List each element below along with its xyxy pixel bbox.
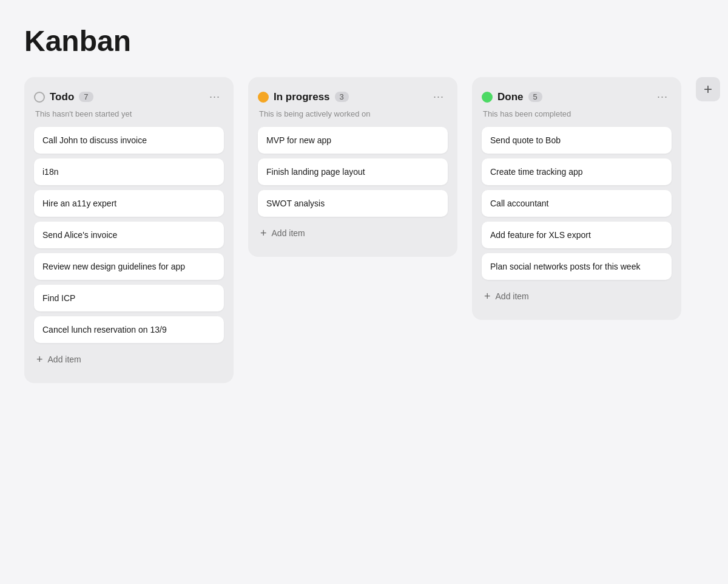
column-status-icon-inprogress (258, 92, 269, 103)
kanban-card[interactable]: Call accountant (482, 190, 672, 217)
add-item-button-todo[interactable]: +Add item (34, 348, 224, 371)
column-title-inprogress: In progress (274, 91, 330, 103)
kanban-card[interactable]: Send quote to Bob (482, 127, 672, 154)
column-status-icon-done (482, 92, 493, 103)
column-done: Done5···This has been completedSend quot… (472, 77, 681, 320)
add-item-label: Add item (48, 355, 81, 364)
kanban-card[interactable]: Hire an a11y expert (34, 190, 224, 217)
kanban-board: Todo7···This hasn't been started yetCall… (24, 77, 704, 383)
add-item-label: Add item (496, 291, 529, 301)
plus-icon: + (484, 291, 491, 302)
column-subtitle-done: This has been completed (483, 109, 672, 118)
column-count-inprogress: 3 (335, 92, 349, 102)
column-header-inprogress: In progress3··· (258, 89, 448, 104)
column-title-todo: Todo (50, 91, 74, 103)
kanban-card[interactable]: Create time tracking app (482, 158, 672, 185)
kanban-card[interactable]: i18n (34, 158, 224, 185)
add-column-button[interactable]: + (696, 77, 720, 101)
add-item-button-inprogress[interactable]: +Add item (258, 222, 448, 245)
column-status-icon-todo (34, 92, 45, 103)
kanban-card[interactable]: Cancel lunch reservation on 13/9 (34, 316, 224, 343)
kanban-card[interactable]: Send Alice's invoice (34, 222, 224, 248)
column-title-done: Done (497, 91, 524, 103)
column-header-done: Done5··· (482, 89, 672, 104)
column-todo: Todo7···This hasn't been started yetCall… (24, 77, 234, 383)
page-title: Kanban (24, 24, 704, 58)
kanban-card[interactable]: Add feature for XLS export (482, 222, 672, 248)
kanban-card[interactable]: Finish landing page layout (258, 158, 448, 185)
plus-icon: + (36, 354, 43, 365)
column-menu-button-done[interactable]: ··· (653, 89, 672, 104)
column-menu-button-inprogress[interactable]: ··· (430, 89, 448, 104)
column-subtitle-todo: This hasn't been started yet (35, 109, 224, 118)
add-item-label: Add item (272, 228, 305, 238)
kanban-card[interactable]: Call John to discuss invoice (34, 127, 224, 154)
column-menu-button-todo[interactable]: ··· (206, 89, 224, 104)
kanban-card[interactable]: SWOT analysis (258, 190, 448, 217)
column-count-done: 5 (528, 92, 542, 102)
column-subtitle-inprogress: This is being actively worked on (259, 109, 448, 118)
plus-icon: + (260, 228, 267, 239)
kanban-card[interactable]: Review new design guidelines for app (34, 253, 224, 280)
kanban-card[interactable]: Plan social networks posts for this week (482, 253, 672, 280)
kanban-card[interactable]: Find ICP (34, 285, 224, 311)
column-inprogress: In progress3···This is being actively wo… (248, 77, 457, 257)
kanban-card[interactable]: MVP for new app (258, 127, 448, 154)
add-item-button-done[interactable]: +Add item (482, 285, 672, 308)
column-header-todo: Todo7··· (34, 89, 224, 104)
column-count-todo: 7 (79, 92, 93, 102)
